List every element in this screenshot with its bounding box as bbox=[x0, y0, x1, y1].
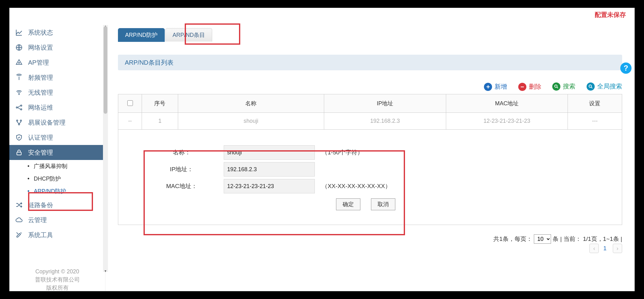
action-label: 新增 bbox=[495, 82, 507, 91]
submenu-broadcast-storm[interactable]: 广播风暴抑制 bbox=[27, 160, 105, 172]
pager-page-info: 1/1页，1~1条 bbox=[583, 236, 619, 242]
tab-label: ARP/ND条目 bbox=[173, 32, 205, 38]
help-button[interactable]: ? bbox=[620, 62, 632, 74]
th-ip: IP地址 bbox=[324, 94, 446, 113]
ap-icon bbox=[14, 59, 24, 66]
sidebar-item-label: 网络设置 bbox=[28, 43, 53, 52]
action-delete[interactable]: − 删除 bbox=[518, 82, 541, 91]
sidebar-item-label: 安全管理 bbox=[28, 148, 53, 157]
sidebar-item-auth-management[interactable]: 认证管理 bbox=[9, 130, 105, 145]
shuffle-icon bbox=[14, 201, 24, 209]
sidebar-item-ap-management[interactable]: AP管理 bbox=[9, 55, 105, 70]
ok-button[interactable]: 确定 bbox=[336, 198, 360, 210]
shield-check-icon bbox=[14, 134, 24, 141]
pager-text: 条 | 当前： bbox=[553, 236, 581, 242]
global-search-icon bbox=[587, 82, 595, 91]
action-label: 搜索 bbox=[563, 82, 575, 91]
prev-page-button[interactable]: ‹ bbox=[589, 244, 599, 253]
sidebar-item-label: 云管理 bbox=[28, 216, 47, 224]
tab-bar: ARP/ND防护 ARP/ND条目 bbox=[118, 28, 622, 42]
mac-input[interactable] bbox=[224, 179, 315, 193]
sidebar-item-wireless-management[interactable]: 无线管理 bbox=[9, 85, 105, 100]
svg-point-8 bbox=[20, 120, 22, 121]
security-submenu: 广播风暴抑制 DHCP防护 ARP/ND防护 bbox=[9, 160, 105, 197]
tab-label: ARP/ND防护 bbox=[125, 32, 158, 38]
sidebar-item-label: 射频管理 bbox=[28, 73, 53, 82]
next-page-button[interactable]: › bbox=[613, 244, 622, 253]
sidebar-item-system-tools[interactable]: 系统工具 bbox=[9, 227, 105, 242]
action-label: 删除 bbox=[529, 82, 541, 91]
page-number[interactable]: 1 bbox=[601, 244, 609, 253]
submenu-dhcp-guard[interactable]: DHCP防护 bbox=[27, 172, 105, 185]
sidebar-item-label: 无线管理 bbox=[28, 88, 53, 97]
svg-point-11 bbox=[555, 85, 557, 87]
th-seq: 序号 bbox=[142, 94, 178, 113]
ip-input[interactable] bbox=[224, 162, 315, 177]
sidebar-item-security[interactable]: 安全管理 bbox=[9, 145, 105, 160]
action-search[interactable]: 搜索 bbox=[552, 82, 575, 91]
th-name: 名称 bbox=[178, 94, 324, 113]
pagination: 共1条，每页： 10 条 | 当前： 1/1页，1~1条 | ‹ 1 › bbox=[118, 234, 622, 253]
pager-text: 共 bbox=[493, 236, 499, 242]
globe-icon bbox=[14, 44, 24, 51]
name-input[interactable] bbox=[224, 145, 315, 160]
svg-point-2 bbox=[19, 62, 20, 63]
copyright-line: 普联技术有限公司 bbox=[9, 276, 105, 284]
content-area: ARP/ND防护 ARP/ND条目 ARP/ND条目列表 ? + 新增 − 删除 bbox=[105, 25, 635, 291]
cell-action: --- bbox=[568, 113, 622, 130]
plus-icon: + bbox=[484, 83, 492, 91]
svg-point-4 bbox=[16, 107, 17, 108]
svg-point-7 bbox=[17, 120, 18, 121]
cancel-button[interactable]: 取消 bbox=[371, 198, 395, 210]
name-hint: （1-50个字符） bbox=[322, 148, 363, 157]
sidebar-item-link-backup[interactable]: 链路备份 bbox=[9, 197, 105, 212]
tab-arp-nd-guard[interactable]: ARP/ND防护 bbox=[118, 28, 165, 42]
svg-point-5 bbox=[21, 105, 22, 106]
pager-text: 条，每页： bbox=[503, 236, 532, 242]
per-page-select[interactable]: 10 bbox=[534, 234, 551, 244]
sidebar-item-network-settings[interactable]: 网络设置 bbox=[9, 40, 105, 55]
sidebar-item-label: 易展设备管理 bbox=[28, 118, 66, 127]
svg-rect-10 bbox=[17, 152, 21, 155]
unsaved-banner: 配置未保存 bbox=[595, 11, 626, 18]
sidebar-item-network-ops[interactable]: 网络运维 bbox=[9, 100, 105, 115]
sidebar-item-system-status[interactable]: 系统状态 bbox=[9, 25, 105, 40]
copyright-line: Copyright © 2020 bbox=[9, 267, 105, 276]
chart-line-icon bbox=[14, 29, 24, 36]
select-all-checkbox[interactable] bbox=[127, 100, 133, 106]
svg-point-12 bbox=[589, 85, 592, 87]
name-label: 名称： bbox=[133, 148, 224, 157]
action-global-search[interactable]: 全局搜索 bbox=[587, 82, 622, 91]
sidebar-item-label: 网络运维 bbox=[28, 103, 53, 112]
cell-name: shouji bbox=[178, 113, 324, 130]
cloud-icon bbox=[14, 216, 24, 224]
sidebar-item-label: 链路备份 bbox=[28, 201, 53, 209]
sidebar-item-label: AP管理 bbox=[28, 58, 49, 67]
svg-point-6 bbox=[21, 109, 22, 110]
arp-nd-table: 序号 名称 IP地址 MAC地址 设置 -- 1 shouji 192.168.… bbox=[118, 94, 622, 225]
tab-arp-nd-entries[interactable]: ARP/ND条目 bbox=[165, 28, 212, 42]
sidebar-item-cloud-management[interactable]: 云管理 bbox=[9, 212, 105, 227]
panel-title-text: ARP/ND条目列表 bbox=[125, 59, 173, 66]
edit-row: 名称： （1-50个字符） IP地址： MAC地址： bbox=[118, 130, 622, 225]
copyright-line: 版权所有 bbox=[9, 284, 105, 291]
submenu-arp-nd-guard[interactable]: ARP/ND防护 bbox=[27, 185, 105, 197]
sidebar-item-label: 系统状态 bbox=[28, 28, 53, 37]
th-mac: MAC地址 bbox=[446, 94, 568, 113]
th-act: 设置 bbox=[568, 94, 622, 113]
mac-hint: （XX-XX-XX-XX-XX-XX） bbox=[322, 182, 391, 190]
antenna-icon bbox=[14, 74, 24, 81]
ip-label: IP地址： bbox=[133, 165, 224, 173]
topology-icon bbox=[14, 104, 24, 111]
table-row[interactable]: -- 1 shouji 192.168.2.3 12-23-21-23-21-2… bbox=[118, 113, 622, 130]
sidebar-item-mesh-device[interactable]: 易展设备管理 bbox=[9, 115, 105, 130]
sidebar-item-rf-management[interactable]: 射频管理 bbox=[9, 70, 105, 85]
submenu-item-label: ARP/ND防护 bbox=[34, 187, 66, 195]
cell-mac: 12-23-21-23-21-23 bbox=[446, 113, 568, 130]
pager-text: | bbox=[621, 236, 622, 242]
cell-check: -- bbox=[118, 113, 142, 130]
tools-icon bbox=[14, 231, 24, 239]
mac-label: MAC地址： bbox=[133, 182, 224, 190]
action-add[interactable]: + 新增 bbox=[484, 82, 507, 91]
wifi-icon bbox=[14, 89, 24, 96]
